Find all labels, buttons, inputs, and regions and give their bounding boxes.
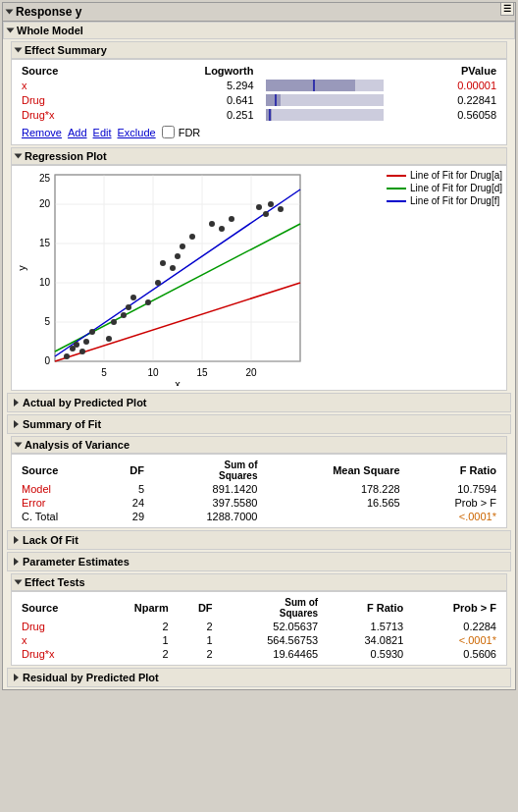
- anova-col-fr: F Ratio: [406, 459, 502, 482]
- table-row: Drug*x 2 2 19.64465 0.5930 0.5606: [16, 647, 502, 661]
- effect-tests-label: Effect Tests: [25, 576, 85, 588]
- et-probf-x: <.0001*: [409, 633, 502, 647]
- col-logworth: Logworth: [124, 64, 260, 78]
- effect-tests-triangle: [15, 580, 23, 585]
- fdr-checkbox[interactable]: [162, 126, 175, 138]
- panel-title: Response y: [16, 5, 81, 19]
- fdr-text: FDR: [179, 127, 201, 138]
- logworth-drug: 0.641: [124, 92, 260, 107]
- et-nparm-drugx: 2: [97, 647, 175, 661]
- col-pvalue: PValue: [389, 64, 502, 78]
- et-ss-drug: 52.05637: [219, 620, 325, 633]
- effect-summary-section: Effect Summary Source Logworth PValue x …: [11, 41, 507, 145]
- anova-header[interactable]: Analysis of Variance: [11, 436, 507, 454]
- et-col-df: DF: [175, 596, 219, 620]
- residual-by-predicted-label: Residual by Predicted Plot: [23, 672, 159, 683]
- residual-by-predicted-triangle: [14, 674, 19, 681]
- legend-label-d: Line of Fit for Drug[d]: [410, 183, 502, 193]
- svg-text:25: 25: [39, 173, 51, 184]
- svg-point-39: [160, 260, 166, 266]
- anova-fr-label: Prob > F: [406, 496, 502, 510]
- et-probf-drugx: 0.5606: [409, 647, 502, 661]
- parameter-estimates-section[interactable]: Parameter Estimates: [7, 552, 511, 571]
- anova-df-model: 5: [103, 482, 150, 496]
- svg-point-43: [189, 234, 195, 240]
- et-df-drugx: 2: [175, 647, 219, 661]
- effect-tests-section: Effect Tests Source Nparm DF Sum ofSquar…: [11, 573, 507, 666]
- summary-of-fit-section[interactable]: Summary of Fit: [7, 414, 511, 434]
- edit-link[interactable]: Edit: [93, 127, 112, 138]
- table-row: x 1 1 564.56753 34.0821 <.0001*: [16, 633, 502, 647]
- et-col-ss: Sum ofSquares: [219, 596, 325, 620]
- logworth-x: 5.294: [124, 78, 260, 92]
- svg-text:10: 10: [147, 367, 159, 378]
- svg-text:0: 0: [44, 355, 50, 366]
- pvalue-x: 0.00001: [389, 78, 502, 92]
- anova-label: Analysis of Variance: [25, 439, 130, 451]
- anova-col-df: DF: [103, 459, 150, 482]
- effect-tests-table: Source Nparm DF Sum ofSquares F Ratio Pr…: [16, 596, 502, 661]
- svg-point-41: [175, 253, 181, 259]
- anova-content: Source DF Sum ofSquares Mean Square F Ra…: [11, 454, 507, 528]
- et-source-drug: Drug: [16, 620, 97, 633]
- anova-df-error: 24: [103, 496, 150, 510]
- anova-section: Analysis of Variance Source DF Sum ofSqu…: [11, 436, 507, 528]
- et-col-fr: F Ratio: [324, 596, 409, 620]
- anova-ss-error: 397.5580: [150, 496, 263, 510]
- collapse-icon[interactable]: [6, 10, 14, 15]
- source-drugx: Drug*x: [16, 107, 124, 122]
- summary-of-fit-triangle: [14, 420, 19, 428]
- svg-text:5: 5: [44, 316, 50, 327]
- svg-point-29: [79, 349, 85, 354]
- actual-by-predicted-section[interactable]: Actual by Predicted Plot: [7, 393, 511, 412]
- svg-point-38: [155, 280, 161, 286]
- regression-plot-header[interactable]: Regression Plot: [11, 147, 507, 165]
- anova-ss-total: 1288.7000: [150, 510, 263, 523]
- residual-by-predicted-section[interactable]: Residual by Predicted Plot: [7, 668, 511, 687]
- menu-icon[interactable]: ☰: [500, 2, 514, 16]
- actual-by-predicted-label: Actual by Predicted Plot: [23, 397, 147, 408]
- anova-source-error: Error: [16, 496, 103, 510]
- anova-df-total: 29: [103, 510, 150, 523]
- effect-summary-label: Effect Summary: [25, 44, 107, 56]
- lack-of-fit-triangle: [14, 536, 19, 544]
- svg-point-45: [219, 226, 225, 232]
- anova-col-ms: Mean Square: [263, 459, 405, 482]
- lack-of-fit-section[interactable]: Lack Of Fit: [7, 530, 511, 550]
- source-drug: Drug: [16, 92, 124, 107]
- add-link[interactable]: Add: [68, 127, 87, 138]
- et-nparm-drug: 2: [97, 620, 175, 633]
- panel-header: Response y ☰: [3, 3, 515, 22]
- anova-fr-model: 10.7594: [406, 482, 502, 496]
- whole-model-header[interactable]: Whole Model: [3, 22, 515, 39]
- table-row: Drug 0.641 0.22841: [16, 92, 502, 107]
- svg-point-33: [111, 319, 117, 325]
- svg-point-37: [145, 299, 151, 305]
- anova-ms-error: 16.565: [263, 496, 405, 510]
- table-row: C. Total 29 1288.7000 <.0001*: [16, 510, 502, 523]
- et-col-nparm: Nparm: [97, 596, 175, 620]
- anova-ms-total: [263, 510, 405, 523]
- legend-drug-f: Line of Fit for Drug[f]: [387, 195, 502, 206]
- regression-plot-section: Regression Plot Line of Fit for Drug[a] …: [11, 147, 507, 391]
- whole-model-label: Whole Model: [17, 25, 83, 36]
- et-nparm-x: 1: [97, 633, 175, 647]
- et-df-x: 1: [175, 633, 219, 647]
- svg-point-49: [268, 201, 274, 207]
- et-fr-x: 34.0821: [324, 633, 409, 647]
- pvalue-drug: 0.22841: [389, 92, 502, 107]
- effect-summary-header[interactable]: Effect Summary: [11, 41, 507, 59]
- svg-point-36: [130, 295, 136, 300]
- svg-point-46: [229, 216, 234, 222]
- anova-source-total: C. Total: [16, 510, 103, 523]
- remove-link[interactable]: Remove: [22, 127, 62, 138]
- table-row: Drug 2 2 52.05637 1.5713 0.2284: [16, 620, 502, 633]
- parameter-estimates-label: Parameter Estimates: [23, 556, 130, 568]
- exclude-link[interactable]: Exclude: [118, 127, 156, 138]
- legend-label-a: Line of Fit for Drug[a]: [410, 170, 502, 181]
- effect-tests-header[interactable]: Effect Tests: [11, 573, 507, 591]
- anova-col-ss: Sum ofSquares: [150, 459, 263, 482]
- svg-point-26: [64, 353, 70, 359]
- svg-point-47: [256, 204, 262, 210]
- fdr-label[interactable]: FDR: [162, 126, 201, 138]
